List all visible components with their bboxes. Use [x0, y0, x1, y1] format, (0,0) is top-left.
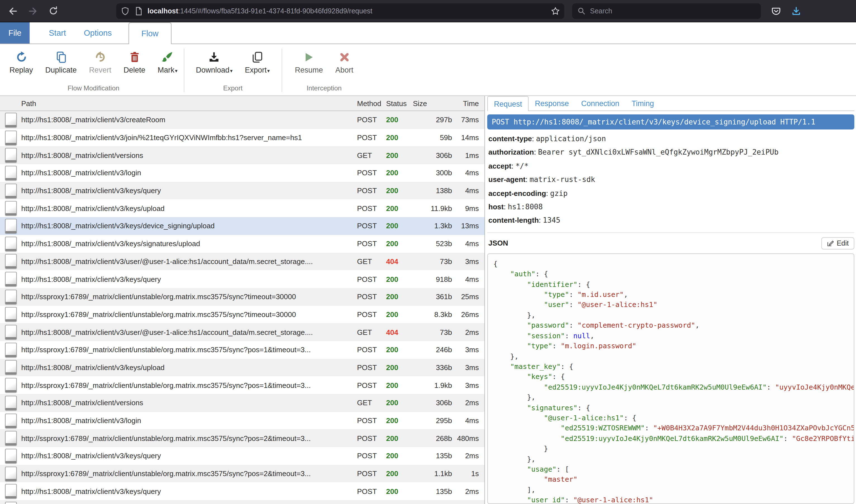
- tab-timing[interactable]: Timing: [626, 96, 660, 110]
- header-line[interactable]: accept: */*: [489, 160, 854, 173]
- flow-row[interactable]: http://hs1:8008/_matrix/client/v3/keys/d…: [0, 217, 484, 235]
- json-line: "ed25519:uyyvIoJe4Kjy0nMKQeL7dt6kamRK2w5…: [493, 434, 848, 444]
- document-icon: [5, 201, 17, 216]
- column-header-method[interactable]: Method: [357, 99, 386, 107]
- document-icon: [5, 113, 17, 127]
- header-line[interactable]: user-agent: matrix-rust-sdk: [489, 173, 854, 187]
- forward-button[interactable]: [24, 2, 41, 19]
- shield-icon[interactable]: [121, 6, 130, 15]
- bookmark-star-icon[interactable]: [551, 6, 560, 15]
- document-icon: [5, 219, 17, 233]
- json-line: "identifier": {: [493, 280, 848, 290]
- header-line[interactable]: content-type: application/json: [489, 132, 854, 146]
- flow-row[interactable]: http://hs1:8008/_matrix/client/v3/keys/u…: [0, 200, 484, 217]
- flow-row[interactable]: http://hs1:8008/_matrix/client/v3/keys/u…: [0, 359, 484, 376]
- menu-item-file[interactable]: File: [0, 22, 30, 43]
- json-line: "user_id": "@user-1-alice:hs1": [493, 495, 848, 504]
- flow-row[interactable]: http://ssproxy1:6789/_matrix/client/unst…: [0, 306, 484, 323]
- document-icon: [5, 166, 17, 180]
- pocket-icon[interactable]: [771, 6, 781, 16]
- resume-button[interactable]: Resume: [289, 49, 329, 75]
- document-icon: [5, 413, 17, 428]
- flow-row[interactable]: http://hs1:8008/_matrix/client/v3/join/%…: [0, 129, 484, 146]
- request-first-line[interactable]: POST http://hs1:8008/_matrix/client/v3/k…: [487, 114, 854, 129]
- replay-icon: [15, 50, 27, 64]
- flow-row[interactable]: http://hs1:8008/_matrix/client/v3/keys/q…: [0, 182, 484, 200]
- download-button[interactable]: Download▾: [190, 49, 239, 75]
- reload-icon: [48, 6, 58, 16]
- json-line: "ed25519:WZTOSREWWM": "+W0B4H3X2a7A9F7Ym…: [493, 424, 848, 434]
- revert-button[interactable]: Revert: [83, 49, 118, 75]
- flow-row[interactable]: http://ssproxy1:6789/_matrix/client/unst…: [0, 376, 484, 394]
- document-icon: [5, 289, 17, 304]
- toolbar-group-label: Export: [190, 82, 276, 95]
- column-header-status[interactable]: Status: [386, 99, 412, 107]
- flow-row[interactable]: http://ssproxy1:6789/_matrix/client/unst…: [0, 288, 484, 306]
- toolbar-group-flow-modification: Replay Duplicate Revert Delete Mark▾: [0, 44, 184, 95]
- duplicate-button[interactable]: Duplicate: [39, 49, 83, 75]
- flow-row[interactable]: http://hs1:8008/_matrix/client/v3/keys/s…: [0, 235, 484, 253]
- flow-row[interactable]: http://hs1:8008/_matrix/client/versionsG…: [0, 394, 484, 412]
- header-line[interactable]: content-length: 1345: [489, 214, 854, 228]
- duplicate-icon: [55, 50, 67, 64]
- flow-row[interactable]: [0, 500, 484, 504]
- flow-row[interactable]: http://hs1:8008/_matrix/client/v3/user/@…: [0, 323, 484, 341]
- flow-row[interactable]: http://hs1:8008/_matrix/client/v3/user/@…: [0, 253, 484, 270]
- json-line: "type": "m.login.password": [493, 341, 848, 352]
- document-icon: [5, 484, 17, 499]
- document-icon: [5, 272, 17, 286]
- abort-button[interactable]: Abort: [329, 49, 360, 75]
- url-bar[interactable]: localhost:1445/#/flows/fba5f13d-91e1-437…: [116, 3, 564, 19]
- edit-button[interactable]: Edit: [822, 237, 854, 250]
- flow-toolbar: Replay Duplicate Revert Delete Mark▾: [0, 44, 856, 96]
- page-icon[interactable]: [135, 6, 142, 15]
- header-line[interactable]: host: hs1:8008: [489, 200, 854, 214]
- flow-row[interactable]: http://ssproxy1:6789/_matrix/client/unst…: [0, 341, 484, 359]
- search-icon: [578, 7, 585, 15]
- flow-row[interactable]: http://hs1:8008/_matrix/client/v3/loginP…: [0, 412, 484, 429]
- document-icon: [5, 254, 17, 269]
- back-button[interactable]: [4, 2, 21, 19]
- json-line: "signatures": {: [493, 403, 848, 413]
- document-icon: [5, 325, 17, 339]
- flow-row[interactable]: http://hs1:8008/_matrix/client/versionsG…: [0, 146, 484, 164]
- json-line: ],: [493, 485, 848, 496]
- flow-row[interactable]: http://ssproxy1:6789/_matrix/client/unst…: [0, 465, 484, 483]
- back-icon: [8, 6, 18, 16]
- menu-item-flow[interactable]: Flow: [129, 22, 171, 44]
- json-line: "user": "@user-1-alice:hs1": [493, 300, 848, 310]
- toolbar-group-label: Flow Modification: [3, 82, 184, 95]
- document-icon: [5, 148, 17, 162]
- document-icon: [5, 360, 17, 375]
- delete-button[interactable]: Delete: [117, 49, 151, 75]
- search-input[interactable]: [590, 7, 755, 15]
- flow-row[interactable]: http://hs1:8008/_matrix/client/v3/loginP…: [0, 164, 484, 182]
- flow-row[interactable]: http://hs1:8008/_matrix/client/v3/create…: [0, 111, 484, 129]
- flow-row[interactable]: http://hs1:8008/_matrix/client/v3/keys/q…: [0, 447, 484, 465]
- reload-button[interactable]: [45, 2, 62, 19]
- document-icon: [5, 449, 17, 463]
- column-header-size[interactable]: Size: [412, 99, 452, 107]
- column-header-path[interactable]: Path: [21, 99, 357, 107]
- json-line: {: [493, 259, 848, 269]
- flow-row[interactable]: http://hs1:8008/_matrix/client/v3/keys/q…: [0, 270, 484, 288]
- json-body-viewer[interactable]: { "auth": { "identifier": { "type": "m.i…: [487, 253, 854, 504]
- flow-row[interactable]: http://ssproxy1:6789/_matrix/client/unst…: [0, 430, 484, 447]
- tab-connection[interactable]: Connection: [575, 96, 626, 110]
- header-line[interactable]: authorization: Bearer syt_dXNlci0xLWFsaW…: [489, 146, 854, 160]
- replay-button[interactable]: Replay: [3, 49, 39, 75]
- mark-button[interactable]: Mark▾: [151, 49, 184, 75]
- flow-list-header[interactable]: Path Method Status Size Time: [0, 96, 484, 111]
- export-button[interactable]: Export▾: [239, 49, 276, 75]
- downloads-icon[interactable]: [791, 6, 801, 16]
- flow-row[interactable]: http://hs1:8008/_matrix/client/v3/keys/q…: [0, 483, 484, 500]
- header-line[interactable]: accept-encoding: gzip: [489, 187, 854, 200]
- search-bar[interactable]: [572, 3, 761, 19]
- menu-item-options[interactable]: Options: [75, 22, 121, 43]
- tab-request[interactable]: Request: [487, 96, 529, 111]
- toolbar-group-export: Download▾ Export▾ Export: [184, 44, 281, 95]
- json-line: "password": "complement-crypto-password"…: [493, 321, 848, 331]
- column-header-time[interactable]: Time: [452, 99, 484, 107]
- menu-item-start[interactable]: Start: [40, 22, 75, 43]
- tab-response[interactable]: Response: [529, 96, 575, 110]
